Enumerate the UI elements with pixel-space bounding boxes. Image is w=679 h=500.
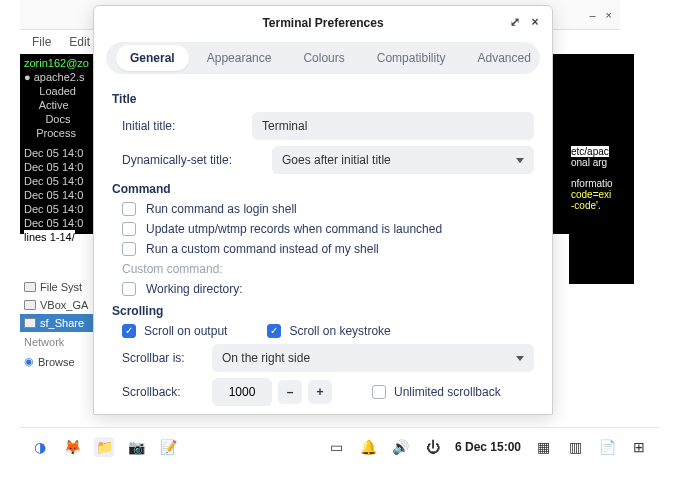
chevron-down-icon (516, 158, 524, 163)
power-icon[interactable]: ⏻ (423, 437, 443, 457)
scrollback-decrement[interactable]: – (278, 380, 302, 404)
custom-command-field-label: Custom command: (122, 262, 223, 276)
taskbar: ◑ 🦊 📁 📷 📝 ▭ 🔔 🔊 ⏻ 6 Dec 15:00 ▦ ▥ 📄 ⊞ (20, 427, 659, 465)
folder-icon (24, 318, 36, 328)
section-title: Title (112, 92, 534, 106)
working-dir-checkbox[interactable] (122, 282, 136, 296)
dynamic-title-label: Dynamically-set title: (122, 153, 262, 167)
initial-title-label: Initial title: (122, 119, 242, 133)
section-scrolling: Scrolling (112, 304, 534, 318)
custom-command-label: Run a custom command instead of my shell (146, 242, 379, 256)
terminal-fragment: etc/apac (571, 146, 609, 157)
scrollback-input[interactable] (212, 378, 272, 406)
window-close-button[interactable]: × (606, 9, 612, 21)
utmp-label: Update utmp/wtmp records when command is… (146, 222, 442, 236)
dialog-titlebar: Terminal Preferences ⤢ × (94, 6, 552, 40)
utmp-checkbox[interactable] (122, 222, 136, 236)
unlimited-scrollback-checkbox[interactable] (372, 385, 386, 399)
disc-icon (24, 300, 36, 310)
tab-bar: General Appearance Colours Compatibility… (106, 42, 540, 74)
section-command: Command (112, 182, 534, 196)
scroll-output-label: Scroll on output (144, 324, 227, 338)
tab-compatibility[interactable]: Compatibility (363, 45, 460, 71)
expand-icon[interactable]: ⤢ (508, 15, 522, 29)
tab-general[interactable]: General (116, 45, 189, 71)
tray-icon-1[interactable]: ▦ (533, 437, 553, 457)
menu-edit[interactable]: Edit (69, 35, 90, 49)
login-shell-label: Run command as login shell (146, 202, 297, 216)
tray-icon-3[interactable]: 📄 (597, 437, 617, 457)
scroll-keystroke-checkbox[interactable] (267, 324, 281, 338)
bell-icon[interactable]: 🔔 (359, 437, 379, 457)
scrollback-label: Scrollback: (122, 385, 202, 399)
initial-title-input[interactable] (252, 112, 534, 140)
sidebar-item-filesystem[interactable]: File Syst (20, 278, 100, 296)
scrollback-increment[interactable]: + (308, 380, 332, 404)
volume-icon[interactable]: 🔊 (391, 437, 411, 457)
terminal-fragment: onal arg (571, 157, 632, 168)
terminal-right-edge: etc/apac onal arg nformatio code=exi -co… (569, 54, 634, 284)
sidebar-label: File Syst (40, 281, 82, 293)
screen-icon[interactable]: ▭ (327, 437, 347, 457)
sidebar-item-browse[interactable]: ◉Browse (20, 352, 100, 371)
tray-icon-4[interactable]: ⊞ (629, 437, 649, 457)
select-value: Goes after initial title (282, 153, 391, 167)
globe-icon: ◉ (24, 355, 34, 368)
tab-advanced[interactable]: Advanced (463, 45, 544, 71)
scroll-keystroke-label: Scroll on keystroke (289, 324, 390, 338)
close-icon[interactable]: × (528, 15, 542, 29)
start-icon[interactable]: ◑ (30, 437, 50, 457)
files-icon[interactable]: 📁 (94, 437, 114, 457)
terminal-fragment: nformatio (571, 178, 632, 189)
chevron-down-icon (516, 356, 524, 361)
terminal-fragment: -code'. (571, 200, 601, 211)
select-value: On the right side (222, 351, 310, 365)
sidebar-heading-network: Network (20, 332, 100, 352)
dialog-title: Terminal Preferences (262, 16, 383, 30)
unlimited-scrollback-label: Unlimited scrollback (394, 385, 501, 399)
working-dir-label: Working directory: (146, 282, 242, 296)
scroll-output-checkbox[interactable] (122, 324, 136, 338)
custom-command-checkbox[interactable] (122, 242, 136, 256)
terminal-status: lines 1-14/ (24, 230, 75, 244)
sidebar-label: VBox_GA (40, 299, 88, 311)
menu-file[interactable]: File (32, 35, 51, 49)
tray-icon-2[interactable]: ▥ (565, 437, 585, 457)
camera-icon[interactable]: 📷 (126, 437, 146, 457)
dialog-body: Title Initial title: Dynamically-set tit… (94, 74, 552, 414)
preferences-dialog: Terminal Preferences ⤢ × General Appeara… (93, 5, 553, 415)
drive-icon (24, 282, 36, 292)
sidebar-item-share[interactable]: sf_Share (20, 314, 100, 332)
tab-colours[interactable]: Colours (289, 45, 358, 71)
scrollbar-label: Scrollbar is: (122, 351, 202, 365)
scrollbar-select[interactable]: On the right side (212, 344, 534, 372)
clock[interactable]: 6 Dec 15:00 (455, 440, 521, 454)
dynamic-title-select[interactable]: Goes after initial title (272, 146, 534, 174)
terminal-fragment: code=exi (571, 189, 611, 200)
sidebar-label: Browse (38, 356, 75, 368)
tab-appearance[interactable]: Appearance (193, 45, 286, 71)
sidebar-label: sf_Share (40, 317, 84, 329)
notes-icon[interactable]: 📝 (158, 437, 178, 457)
login-shell-checkbox[interactable] (122, 202, 136, 216)
sidebar-item-vbox[interactable]: VBox_GA (20, 296, 100, 314)
firefox-icon[interactable]: 🦊 (62, 437, 82, 457)
places-sidebar: File Syst VBox_GA sf_Share Network ◉Brow… (20, 278, 100, 371)
window-minimize-button[interactable]: – (589, 9, 595, 21)
